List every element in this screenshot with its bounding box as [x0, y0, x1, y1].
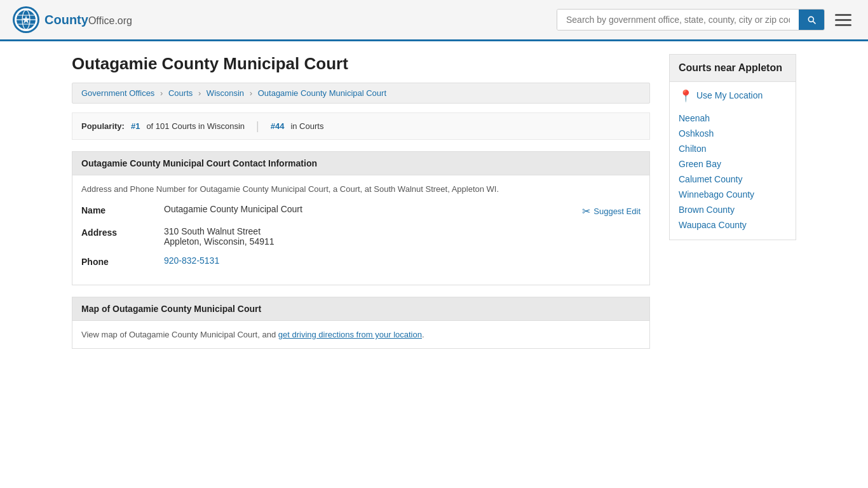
phone-value: 920-832-5131	[164, 255, 641, 266]
phone-link[interactable]: 920-832-5131	[164, 255, 219, 266]
phone-row: Phone 920-832-5131	[81, 255, 641, 267]
sidebar: Courts near Appleton 📍 Use My Location N…	[669, 54, 796, 360]
address-line1: 310 South Walnut Street	[164, 226, 641, 236]
breadcrumb-gov-offices[interactable]: Government Offices	[81, 88, 154, 98]
map-directions-link[interactable]: get driving directions from your locatio…	[278, 330, 422, 339]
header-actions	[557, 9, 855, 30]
logo-office: Office.org	[88, 15, 132, 26]
logo[interactable]: CountyOffice.org	[13, 6, 132, 33]
menu-bar-1	[835, 14, 851, 16]
logo-icon	[13, 6, 39, 33]
logo-wordmark: CountyOffice.org	[44, 13, 132, 27]
popularity-rank1: #1	[131, 121, 140, 131]
site-header: CountyOffice.org	[0, 0, 868, 41]
phone-label: Phone	[81, 255, 164, 267]
menu-bar-2	[835, 19, 851, 21]
breadcrumb-wisconsin[interactable]: Wisconsin	[207, 88, 244, 98]
breadcrumb-sep-1: ›	[160, 88, 163, 98]
search-button[interactable]	[799, 10, 824, 30]
search-icon	[806, 15, 817, 25]
menu-button[interactable]	[831, 10, 855, 30]
address-value: 310 South Walnut Street Appleton, Wiscon…	[164, 226, 641, 247]
sidebar-content: 📍 Use My Location Neenah Oshkosh Chilton…	[669, 81, 796, 240]
sidebar-title: Courts near Appleton	[669, 54, 796, 81]
location-pin-icon: 📍	[679, 89, 693, 103]
breadcrumb-sep-2: ›	[198, 88, 201, 98]
sidebar-link-brown-county[interactable]: Brown County	[679, 203, 787, 217]
use-my-location-link[interactable]: Use My Location	[696, 88, 763, 102]
breadcrumb: Government Offices › Courts › Wisconsin …	[72, 83, 650, 104]
popularity-rank1-context: of 101 Courts in Wisconsin	[146, 121, 245, 131]
breadcrumb-sep-3: ›	[250, 88, 252, 98]
sidebar-link-winnebago-county[interactable]: Winnebago County	[679, 187, 787, 201]
search-container	[557, 9, 825, 30]
sidebar-link-oshkosh[interactable]: Oshkosh	[679, 126, 787, 140]
logo-county: County	[44, 13, 88, 27]
map-section: Map of Outagamie County Municipal Court …	[72, 297, 650, 349]
main-container: Outagamie County Municipal Court Governm…	[53, 41, 815, 373]
breadcrumb-courts[interactable]: Courts	[168, 88, 193, 98]
menu-bar-3	[835, 24, 851, 26]
popularity-bar: Popularity: #1 of 101 Courts in Wisconsi…	[72, 112, 650, 140]
map-section-body: View map of Outagamie County Municipal C…	[72, 321, 649, 348]
name-row: Name Outagamie County Municipal Court ✂ …	[81, 204, 641, 217]
popularity-divider: |	[256, 119, 259, 133]
name-value: Outagamie County Municipal Court	[164, 204, 582, 214]
address-line2: Appleton, Wisconsin, 54911	[164, 236, 641, 247]
sidebar-link-green-bay[interactable]: Green Bay	[679, 157, 787, 171]
suggest-edit-link[interactable]: ✂ Suggest Edit	[582, 204, 641, 217]
map-desc-suffix: .	[422, 330, 424, 339]
map-desc-prefix: View map of Outagamie County Municipal C…	[81, 330, 276, 339]
map-description: View map of Outagamie County Municipal C…	[81, 330, 641, 339]
search-input[interactable]	[557, 10, 799, 30]
name-label: Name	[81, 204, 164, 215]
address-label: Address	[81, 226, 164, 238]
breadcrumb-current[interactable]: Outagamie County Municipal Court	[258, 88, 386, 98]
sidebar-link-chilton[interactable]: Chilton	[679, 142, 787, 156]
sidebar-location-row: 📍 Use My Location	[679, 88, 787, 104]
popularity-rank2-context: in Courts	[290, 121, 323, 131]
page-title: Outagamie County Municipal Court	[72, 54, 650, 74]
suggest-edit-label: Suggest Edit	[593, 207, 641, 216]
sidebar-link-calumet-county[interactable]: Calumet County	[679, 172, 787, 186]
address-row: Address 310 South Walnut Street Appleton…	[81, 226, 641, 247]
content-area: Outagamie County Municipal Court Governm…	[72, 54, 650, 360]
suggest-edit-icon: ✂	[582, 205, 590, 217]
contact-section: Outagamie County Municipal Court Contact…	[72, 151, 650, 285]
sidebar-link-waupaca-county[interactable]: Waupaca County	[679, 218, 787, 232]
contact-section-body: Address and Phone Number for Outagamie C…	[72, 175, 649, 285]
sidebar-link-neenah[interactable]: Neenah	[679, 111, 787, 125]
contact-section-header: Outagamie County Municipal Court Contact…	[72, 152, 649, 175]
popularity-rank2: #44	[271, 121, 285, 131]
contact-description: Address and Phone Number for Outagamie C…	[81, 184, 641, 194]
map-section-header: Map of Outagamie County Municipal Court	[72, 297, 649, 321]
popularity-label: Popularity:	[81, 121, 125, 131]
